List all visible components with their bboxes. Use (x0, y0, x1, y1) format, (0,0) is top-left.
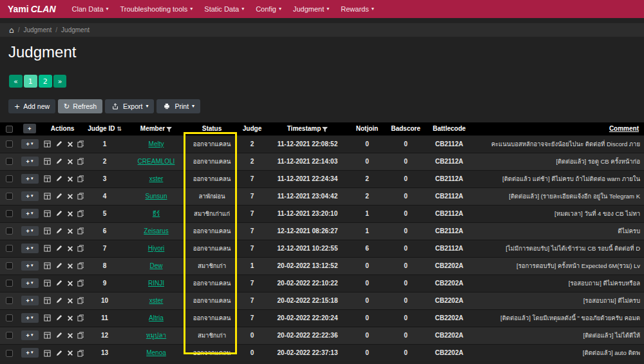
view-details-icon[interactable] (44, 193, 51, 200)
member-link[interactable]: xster (149, 297, 164, 304)
view-details-icon[interactable] (44, 227, 51, 235)
view-details-icon[interactable] (44, 297, 51, 304)
view-details-icon[interactable] (44, 175, 51, 182)
view-details-icon[interactable] (44, 280, 51, 287)
home-icon[interactable]: ⌂ (9, 26, 14, 35)
member-link[interactable]: Hiyori (148, 245, 165, 252)
duplicate-icon[interactable] (77, 297, 84, 304)
delete-icon[interactable] (67, 350, 73, 356)
member-link[interactable]: xster (149, 175, 164, 182)
expand-all-button[interactable]: + (23, 124, 36, 133)
expand-row-button[interactable]: +▾ (21, 157, 39, 166)
edit-icon[interactable] (55, 193, 62, 200)
expand-row-button[interactable]: +▾ (21, 278, 39, 288)
view-details-icon[interactable] (44, 314, 51, 321)
nav-item-static-data[interactable]: Static Data▾ (198, 0, 250, 18)
nav-item-clan-data[interactable]: Clan Data▾ (66, 0, 115, 18)
edit-icon[interactable] (55, 314, 62, 321)
duplicate-icon[interactable] (77, 140, 84, 148)
view-details-icon[interactable] (44, 262, 51, 269)
expand-row-button[interactable]: +▾ (21, 244, 39, 253)
header-judge[interactable]: Judge (237, 122, 267, 135)
row-checkbox[interactable] (6, 158, 13, 165)
expand-row-button[interactable]: +▾ (21, 174, 39, 184)
delete-icon[interactable] (67, 158, 73, 165)
delete-icon[interactable] (67, 263, 73, 269)
edit-icon[interactable] (55, 158, 62, 165)
view-details-icon[interactable] (44, 158, 51, 165)
member-link[interactable]: Altria (149, 314, 164, 321)
nav-item-judgment[interactable]: Judgment▾ (287, 0, 335, 18)
select-all-checkbox[interactable] (6, 126, 13, 133)
row-checkbox[interactable] (6, 193, 13, 200)
duplicate-icon[interactable] (77, 245, 84, 252)
duplicate-icon[interactable] (77, 332, 84, 339)
delete-icon[interactable] (67, 332, 73, 339)
expand-row-button[interactable]: +▾ (21, 261, 39, 271)
expand-row-button[interactable]: +▾ (21, 296, 39, 305)
expand-row-button[interactable]: +▾ (21, 209, 39, 218)
refresh-button[interactable]: ↻ Refresh (58, 99, 102, 113)
header-timestamp[interactable]: Timestamp (267, 122, 348, 135)
nav-item-troubleshooting-tools[interactable]: Troubleshooting tools▾ (115, 0, 199, 18)
nav-item-config[interactable]: Config▾ (250, 0, 287, 18)
delete-icon[interactable] (67, 141, 73, 148)
header-comment[interactable]: Comment (473, 122, 644, 135)
delete-icon[interactable] (67, 193, 73, 200)
row-checkbox[interactable] (6, 280, 13, 287)
member-link[interactable]: RINJI (148, 280, 164, 287)
edit-icon[interactable] (55, 280, 62, 287)
duplicate-icon[interactable] (77, 210, 84, 217)
row-checkbox[interactable] (6, 297, 13, 304)
edit-icon[interactable] (55, 227, 62, 235)
duplicate-icon[interactable] (77, 350, 84, 357)
export-button[interactable]: Export ▾ (105, 99, 154, 113)
header-member[interactable]: Member (126, 122, 187, 135)
delete-icon[interactable] (67, 280, 73, 287)
duplicate-icon[interactable] (77, 314, 84, 321)
duplicate-icon[interactable] (77, 193, 84, 200)
header-judge-id[interactable]: Judge ID ⇅ (84, 122, 126, 135)
expand-row-button[interactable]: +▾ (21, 348, 39, 358)
pagination-page-1[interactable]: 1 (24, 75, 37, 88)
member-link[interactable]: Zeisarus (144, 227, 168, 235)
view-details-icon[interactable] (44, 350, 51, 357)
brand[interactable]: YamiCLAN (8, 4, 56, 14)
delete-icon[interactable] (67, 176, 73, 182)
duplicate-icon[interactable] (77, 175, 84, 182)
expand-row-button[interactable]: +▾ (21, 191, 39, 201)
expand-row-button[interactable]: +▾ (21, 226, 39, 236)
edit-icon[interactable] (55, 245, 62, 252)
row-checkbox[interactable] (6, 262, 13, 269)
pagination-page-2[interactable]: 2 (39, 75, 52, 88)
row-checkbox[interactable] (6, 175, 13, 182)
pagination-prev-button[interactable]: « (9, 75, 23, 88)
header-battlecode[interactable]: Battlecode (425, 122, 473, 135)
edit-icon[interactable] (55, 262, 62, 269)
delete-icon[interactable] (67, 298, 73, 304)
delete-icon[interactable] (67, 245, 73, 252)
expand-row-button[interactable]: +▾ (21, 139, 39, 149)
delete-icon[interactable] (67, 315, 73, 321)
view-details-icon[interactable] (44, 332, 51, 339)
row-checkbox[interactable] (6, 332, 13, 339)
filter-icon[interactable] (322, 127, 328, 132)
print-button[interactable]: Print ▾ (156, 99, 200, 113)
view-details-icon[interactable] (44, 210, 51, 217)
member-link[interactable]: หมูปลา (146, 332, 166, 339)
edit-icon[interactable] (55, 332, 62, 339)
duplicate-icon[interactable] (77, 262, 84, 269)
member-link[interactable]: Sunsun (146, 193, 167, 200)
edit-icon[interactable] (55, 210, 62, 217)
delete-icon[interactable] (67, 228, 73, 235)
pagination-next-button[interactable]: » (53, 75, 67, 88)
edit-icon[interactable] (55, 175, 62, 182)
header-status[interactable]: Status (187, 122, 237, 135)
member-link[interactable]: Melty (149, 140, 164, 148)
duplicate-icon[interactable] (77, 280, 84, 287)
row-checkbox[interactable] (6, 210, 13, 217)
filter-icon[interactable] (166, 127, 172, 132)
expand-row-button[interactable]: +▾ (21, 330, 39, 340)
add-new-button[interactable]: + Add new (8, 99, 55, 113)
edit-icon[interactable] (55, 297, 62, 304)
